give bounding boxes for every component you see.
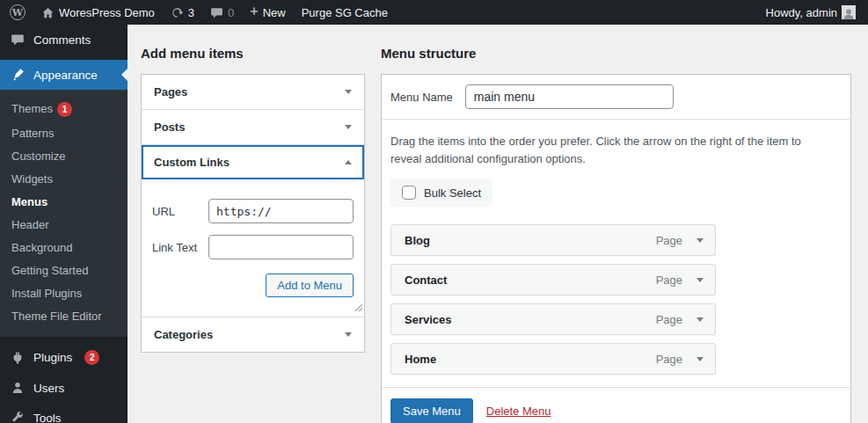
expand-item-icon[interactable]	[697, 238, 704, 243]
appearance-submenu: Themes1 Patterns Customize Widgets Menus…	[0, 90, 128, 337]
menu-item-type: Page	[656, 353, 682, 366]
admin-sidebar: Comments Appearance Themes1 Patterns Cus…	[0, 25, 128, 423]
bulk-select-label: Bulk Select	[424, 186, 481, 200]
expand-item-icon[interactable]	[697, 278, 704, 282]
chevron-down-icon	[345, 90, 352, 94]
bulk-select-control[interactable]: Bulk Select	[390, 179, 492, 207]
site-name-link[interactable]: WoresPress Demo	[33, 0, 163, 25]
sidebar-comments-label: Comments	[33, 33, 91, 47]
add-menu-items-panel: Add menu items Pages Posts Custom Links …	[141, 46, 365, 353]
menu-item-type: Page	[656, 273, 682, 287]
site-name-label: WoresPress Demo	[59, 6, 155, 19]
menu-item-home[interactable]: Home Page	[390, 343, 716, 375]
menu-item-type: Page	[656, 313, 682, 326]
menu-name-row: Menu Name	[382, 75, 850, 120]
chevron-down-icon	[345, 125, 352, 129]
save-menu-button[interactable]: Save Menu	[390, 398, 473, 423]
submenu-item-patterns[interactable]: Patterns	[0, 122, 128, 145]
bulk-select-checkbox[interactable]	[402, 186, 416, 200]
wordpress-logo-icon: W	[10, 4, 26, 20]
drag-instructions-text: Drag the items into the order you prefer…	[390, 133, 830, 167]
submenu-item-getting-started[interactable]: Getting Started	[0, 259, 128, 282]
submenu-item-theme-file-editor[interactable]: Theme File Editor	[0, 305, 128, 328]
menu-editor-panel: Menu Name Drag the items into the order …	[381, 74, 851, 423]
submenu-item-widgets[interactable]: Widgets	[0, 168, 128, 191]
link-text-input[interactable]	[208, 235, 354, 259]
menu-name-input[interactable]	[465, 84, 674, 109]
users-icon	[10, 381, 26, 395]
menu-name-label: Menu Name	[390, 91, 453, 104]
categories-section-label: Categories	[154, 328, 213, 341]
comment-count: 0	[228, 6, 234, 19]
accordion-section-custom-links[interactable]: Custom Links	[142, 145, 364, 179]
menu-actions-footer: Save Menu Delete Menu	[382, 387, 850, 423]
sidebar-item-plugins[interactable]: Plugins 2	[0, 342, 128, 373]
update-count: 3	[188, 6, 194, 19]
comments-moderation-link[interactable]: 0	[202, 0, 242, 25]
menu-item-contact[interactable]: Contact Page	[390, 264, 716, 295]
accordion-section-categories[interactable]: Categories	[142, 317, 364, 352]
menu-item-title: Home	[405, 353, 436, 366]
sidebar-item-tools[interactable]: Tools	[0, 403, 128, 423]
submenu-themes-label: Themes	[11, 102, 53, 115]
menu-item-title: Blog	[405, 234, 430, 247]
menu-items-list: Blog Page Contact Page	[390, 224, 716, 375]
url-field-label: URL	[152, 205, 208, 218]
sidebar-item-appearance[interactable]: Appearance	[0, 60, 128, 90]
menu-item-type: Page	[656, 234, 682, 247]
sidebar-users-label: Users	[33, 382, 64, 395]
expand-item-icon[interactable]	[697, 317, 704, 322]
menu-item-services[interactable]: Services Page	[390, 303, 716, 335]
custom-links-section-label: Custom Links	[154, 156, 230, 169]
menu-body: Drag the items into the order you prefer…	[382, 120, 850, 375]
add-to-menu-button[interactable]: Add to Menu	[266, 273, 354, 297]
new-content-link[interactable]: + New	[242, 0, 293, 25]
menus-admin-page: Add menu items Pages Posts Custom Links …	[128, 25, 868, 423]
submenu-item-header[interactable]: Header	[0, 214, 128, 237]
updates-link[interactable]: 3	[163, 0, 202, 25]
sidebar-item-comments[interactable]: Comments	[0, 25, 128, 55]
admin-bar: W WoresPress Demo 3 0 + New Purge SG Cac…	[0, 0, 868, 25]
plugin-icon	[10, 351, 26, 365]
purge-sg-cache-link[interactable]: Purge SG Cache	[294, 0, 396, 25]
menu-structure-heading: Menu structure	[381, 46, 851, 61]
sidebar-item-users[interactable]: Users	[0, 373, 128, 403]
chevron-up-icon	[345, 160, 352, 164]
link-text-field-label: Link Text	[152, 241, 208, 254]
sidebar-plugins-label: Plugins	[33, 351, 72, 364]
menu-structure-panel: Menu structure Menu Name Drag the items …	[381, 46, 851, 423]
account-menu[interactable]: Howdy, admin	[764, 0, 857, 25]
resize-handle-icon[interactable]	[354, 300, 363, 316]
plugins-update-badge: 2	[84, 350, 99, 365]
appearance-brush-icon	[10, 68, 26, 82]
pages-section-label: Pages	[154, 85, 187, 98]
chevron-down-icon	[345, 332, 352, 337]
sidebar-appearance-label: Appearance	[33, 69, 98, 82]
menu-items-accordion: Pages Posts Custom Links URL Link Text	[141, 74, 365, 353]
submenu-item-menus[interactable]: Menus	[0, 191, 128, 214]
wp-logo-menu[interactable]: W	[0, 0, 33, 25]
update-icon	[171, 6, 184, 19]
url-input[interactable]	[208, 199, 354, 223]
add-menu-items-heading: Add menu items	[141, 46, 365, 61]
menu-item-blog[interactable]: Blog Page	[390, 224, 716, 256]
delete-menu-link[interactable]: Delete Menu	[486, 405, 551, 418]
plus-icon: +	[250, 4, 258, 18]
submenu-item-themes[interactable]: Themes1	[0, 97, 128, 122]
comment-bubble-icon	[210, 6, 223, 19]
submenu-item-background[interactable]: Background	[0, 237, 128, 259]
comments-icon	[10, 33, 26, 47]
wrench-icon	[10, 411, 26, 423]
menu-item-title: Services	[405, 313, 452, 326]
posts-section-label: Posts	[154, 120, 185, 134]
accordion-section-posts[interactable]: Posts	[142, 110, 364, 145]
purge-sg-cache-label: Purge SG Cache	[302, 6, 388, 19]
home-icon	[41, 6, 55, 19]
avatar	[842, 5, 856, 19]
accordion-section-pages[interactable]: Pages	[142, 75, 364, 110]
custom-links-form: URL Link Text Add to Menu	[142, 179, 364, 317]
new-label: New	[263, 6, 286, 19]
submenu-item-customize[interactable]: Customize	[0, 145, 128, 168]
submenu-item-install-plugins[interactable]: Install Plugins	[0, 282, 128, 305]
expand-item-icon[interactable]	[697, 357, 704, 361]
